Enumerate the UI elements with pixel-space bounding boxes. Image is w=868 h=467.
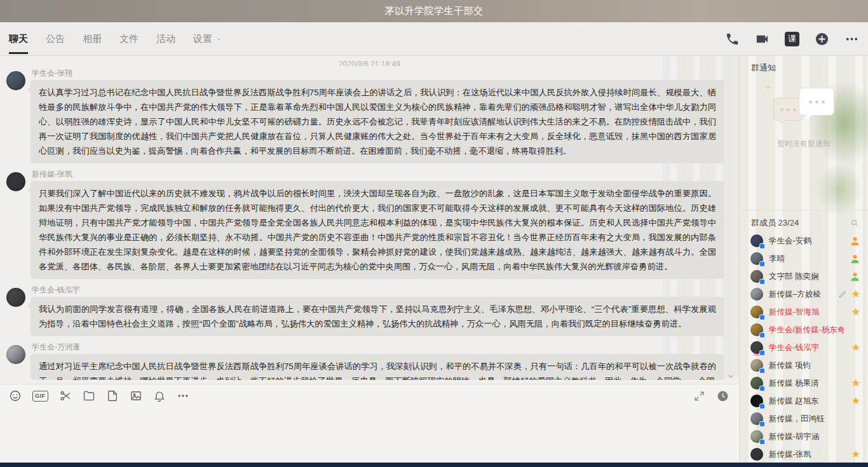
screenshot-icon[interactable] [59,389,72,402]
top-actions: 课 [725,22,859,55]
add-icon[interactable] [815,32,829,46]
group-admin-icon [850,254,860,264]
folder-icon[interactable] [83,389,95,402]
star-badge-icon: ★ [851,449,860,459]
mobile-online-badge [759,350,765,356]
message-bubble: 在认真学习过习总书记在纪念中国人民抗日战争暨世界反法西斯战争胜利75周年座谈会上… [31,80,724,163]
history-icon[interactable] [717,390,729,402]
member-name: 新传媒-胡宇涵 [769,431,860,442]
member-item[interactable]: 学生会-安鹤 [740,232,868,250]
expand-icon[interactable] [693,390,705,402]
pencil-icon [838,290,847,299]
member-name: 新传媒-智海旭 [769,307,851,318]
top-bar: 聊天公告相册文件活动设置 课 [0,22,868,56]
member-name: 学生会-安鹤 [769,236,850,247]
star-badge-icon: ★ [851,378,860,388]
avatar [750,377,763,389]
message-sender[interactable]: 学生会-万润蓬 [32,342,726,351]
member-name: 新传媒-张凯 [769,449,851,460]
avatar [750,270,763,283]
message-timestamp: 2020/9/6 21:18:49 [0,58,739,66]
avatar [750,341,763,354]
no-notice-text: 暂时没有新通知 [740,139,868,149]
avatar[interactable] [6,71,25,90]
tab-chat[interactable]: 聊天 [9,22,28,55]
member-name: 文字部 陈奕娴 [769,271,850,282]
group-notice-empty-state: + + 暂时没有新通知 [740,84,868,196]
group-sidebar: 群通知 + + 暂时没有新通知 群成员 23/24 学生会-安鹤李晴文字部 陈奕… [739,56,868,467]
window-title: 茅以升学院学生干部交 [385,5,484,17]
chat-bubbles-icon: + + [773,84,834,133]
member-name: 新传媒 赵旭东 [769,396,851,407]
tab-bar: 聊天公告相册文件活动设置 [0,22,240,55]
member-item[interactable]: 新传媒，田鸿钰 [740,410,868,428]
voice-call-icon[interactable] [725,32,740,46]
member-item[interactable]: 新传媒-智海旭★ [740,303,868,321]
member-item[interactable]: 学生会-钱泓宇★ [740,339,868,356]
avatar [750,395,763,407]
member-item[interactable]: 文字部 陈奕娴 [740,267,868,285]
group-admin-icon [850,271,860,282]
message-bubble: 我认为前面的同学发言很有道理，得确，全国各族人民在前进道路上，要在中国共产党领导… [31,297,724,336]
chevron-down-icon [215,36,222,43]
avatar [750,288,763,301]
star-badge-icon: ★ [851,342,860,353]
member-item[interactable]: 新传媒 赵旭东★ [740,392,868,410]
message-bubble: 通过对习近平主席纪念中国人民抗日战争暨世界反法西斯战争胜利75周年座谈会讲话的学… [31,354,724,380]
avatar[interactable] [6,172,25,191]
mobile-online-badge [759,332,765,338]
mobile-online-badge [759,279,765,285]
avatar [750,448,763,461]
member-item[interactable]: 新传媒-张凯★ [740,445,868,463]
avatar [750,306,763,318]
message-sender[interactable]: 新传媒-张凯 [32,170,726,179]
tab-announcement[interactable]: 公告 [46,22,65,55]
members-header: 群成员 23/24 [740,210,868,229]
member-name: 学生会-钱泓宇 [769,342,851,353]
member-item[interactable]: 新传媒 杨果清★ [740,374,868,392]
tab-album[interactable]: 相册 [83,22,102,55]
tab-settings[interactable]: 设置 [193,22,222,55]
gif-icon[interactable]: GIF [32,391,48,402]
more-icon[interactable] [844,32,859,46]
mobile-online-badge [759,261,765,267]
message-list[interactable]: 2020/9/6 21:18:49 学生会-张翔在认真学习过习总书记在纪念中国人… [0,56,739,383]
member-item[interactable]: 新传媒–方姣棱★ [740,285,868,303]
group-notice-title: 群通知 [740,56,868,74]
class-icon[interactable]: 课 [785,32,799,46]
chat-panel: 2020/9/6 21:18:49 学生会-张翔在认真学习过习总书记在纪念中国人… [0,56,739,467]
avatar[interactable] [6,345,25,364]
video-call-icon[interactable] [755,32,770,46]
mobile-online-badge [759,421,765,427]
tab-label: 聊天 [9,33,28,45]
mobile-online-badge [759,243,765,249]
mobile-online-badge [759,315,765,320]
member-item[interactable]: 李晴 [740,250,868,267]
message-input[interactable] [0,407,739,438]
member-item[interactable]: 新传媒 项钧 [740,356,868,374]
message-sender[interactable]: 学生会-张翔 [32,69,726,78]
mobile-online-badge [759,386,765,391]
scroll-down-icon[interactable] [726,372,735,381]
tab-files[interactable]: 文件 [119,22,139,55]
avatar [750,323,763,336]
avatar [750,234,763,247]
mobile-online-badge [759,439,765,445]
member-item[interactable]: 学生会/新传媒-杨东奇 [740,321,868,339]
member-name: 李晴 [769,254,850,264]
more-icon[interactable] [177,389,189,402]
image-icon[interactable] [130,389,142,402]
file-icon[interactable] [106,389,119,402]
taskbar-edge [0,463,868,467]
search-icon[interactable] [850,219,859,227]
chat-message: 新传媒-张凯只要我们深入了解中国近代以来的历史就不难发现，鸦片战争以后的很长时间… [0,170,739,279]
mobile-online-badge [759,403,765,409]
message-sender[interactable]: 学生会-钱泓宇 [32,285,726,294]
avatar[interactable] [6,288,25,307]
avatar [750,412,763,425]
emoji-icon[interactable] [9,389,22,402]
title-bar: 茅以升学院学生干部交 [0,0,868,22]
tab-activity[interactable]: 活动 [156,22,175,55]
bell-icon[interactable] [153,389,166,402]
member-item[interactable]: 新传媒-胡宇涵 [740,428,868,445]
